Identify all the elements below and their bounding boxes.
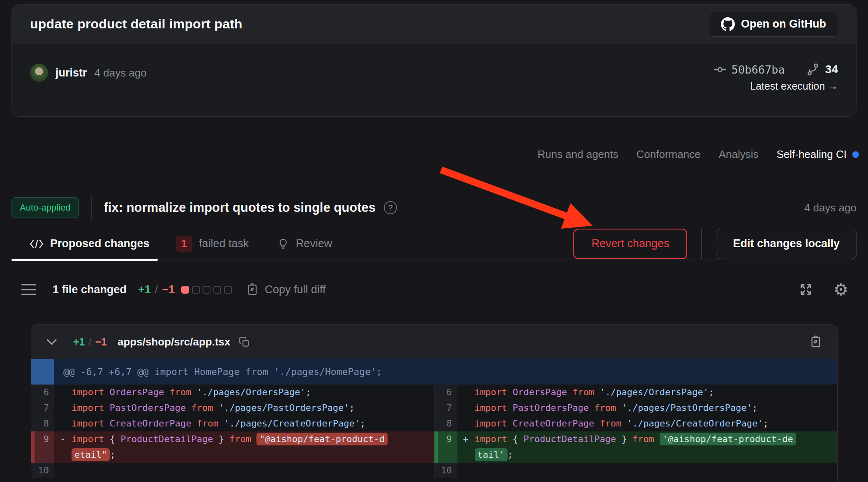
page-title: update product detail import path: [30, 16, 242, 32]
gear-icon[interactable]: ⚙: [833, 283, 848, 297]
author-name: juristr: [55, 67, 87, 79]
nav-item-conformance[interactable]: Conformance: [637, 148, 701, 161]
diff-left-column: 6import OrdersPage from './pages/OrdersP…: [31, 385, 434, 482]
nav-item-self-healing-ci[interactable]: Self-healing CI: [776, 148, 859, 161]
diff-line: 7import PastOrdersPage from './pages/Pas…: [31, 400, 434, 416]
commit-author: juristr 4 days ago: [30, 63, 147, 83]
diff-line: 10: [31, 463, 434, 478]
diff-line: 6import OrdersPage from './pages/OrdersP…: [434, 385, 838, 400]
help-icon[interactable]: ?: [384, 201, 397, 214]
hunk-gutter-block: [31, 359, 54, 385]
commit-icon: [713, 63, 727, 76]
file-diff-card: +1 / −1 apps/shop/src/app.tsx @@ -6,7 +6…: [31, 324, 838, 482]
hamburger-icon[interactable]: [21, 284, 36, 295]
file-diff-stats: +1 / −1: [73, 336, 107, 348]
diff-toolbar: 1 file changed +1 / −1 Copy full diff ⚙: [12, 276, 856, 303]
chevron-down-icon[interactable]: [46, 338, 58, 345]
copy-icon[interactable]: [239, 336, 250, 348]
active-nav-dot: [852, 151, 859, 158]
commit-time: 4 days ago: [95, 67, 147, 79]
diff-line: 8import CreateOrderPage from './pages/Cr…: [434, 416, 838, 431]
nav-item-runs-and-agents[interactable]: Runs and agents: [538, 148, 619, 161]
tab-proposed-changes[interactable]: Proposed changes: [12, 228, 158, 260]
diff-right-column: 6import OrdersPage from './pages/OrdersP…: [434, 385, 838, 482]
top-nav: Runs and agents Conformance Analysis Sel…: [538, 148, 859, 161]
auto-applied-badge: Auto-applied: [12, 197, 79, 218]
failed-count-badge: 1: [176, 236, 192, 252]
open-on-github-button[interactable]: Open on GitHub: [709, 12, 838, 37]
latest-execution-link[interactable]: Latest execution →: [750, 80, 838, 92]
commit-meta: 50b667ba 34 Latest execution →: [713, 63, 838, 117]
action-buttons: Revert changes Edit changes locally: [573, 229, 856, 259]
github-icon: [721, 17, 735, 31]
toolbar-right: ⚙: [799, 283, 848, 297]
commit-card-body: juristr 4 days ago 50b667ba 34 Latest ex…: [12, 44, 856, 117]
commit-hash-link[interactable]: 50b667ba: [713, 63, 785, 76]
commit-card: update product detail import path Open o…: [12, 4, 856, 117]
nav-item-analysis[interactable]: Analysis: [719, 148, 759, 161]
diff-line: 10: [434, 463, 838, 478]
hunk-text: @@ -6,7 +6,7 @@ import HomePage from './…: [63, 366, 382, 377]
lightbulb-icon: [277, 238, 289, 250]
diff-line: 8import CreateOrderPage from './pages/Cr…: [31, 416, 434, 431]
file-path: apps/shop/src/app.tsx: [118, 336, 231, 348]
diff-line: 9-import { ProductDetailPage } from "@ai…: [31, 431, 434, 463]
fix-header-row: Auto-applied fix: normalize import quote…: [12, 196, 856, 220]
diff-code: 6import OrdersPage from './pages/OrdersP…: [31, 385, 837, 482]
divider: [701, 229, 702, 259]
diff-line: 6import OrdersPage from './pages/OrdersP…: [31, 385, 434, 400]
hunk-header: @@ -6,7 +6,7 @@ import HomePage from './…: [31, 359, 837, 385]
commit-card-header: update product detail import path Open o…: [12, 5, 856, 44]
avatar: [30, 64, 48, 82]
divider: [91, 196, 92, 220]
tab-review[interactable]: Review: [269, 228, 341, 260]
revert-changes-button[interactable]: Revert changes: [573, 229, 687, 259]
branch-count-link[interactable]: 34: [806, 63, 838, 76]
clipboard-icon: [246, 283, 259, 296]
diff-line: 7import PastOrdersPage from './pages/Pas…: [434, 400, 838, 416]
file-diff-header[interactable]: +1 / −1 apps/shop/src/app.tsx: [31, 324, 837, 359]
tab-failed-task[interactable]: 1 failed task: [168, 228, 257, 260]
diff-line: 9+import { ProductDetailPage } from '@ai…: [434, 431, 838, 463]
diff-stats: +1 / −1: [138, 283, 175, 296]
code-icon: [30, 239, 44, 249]
clipboard-icon[interactable]: [809, 335, 822, 348]
copy-full-diff-button[interactable]: Copy full diff: [246, 283, 326, 296]
fix-time: 4 days ago: [804, 202, 856, 214]
expand-icon[interactable]: [799, 283, 813, 297]
fix-title: fix: normalize import quotes to single q…: [104, 200, 376, 215]
files-changed-label: 1 file changed: [53, 283, 127, 296]
diff-ratio-squares: [181, 286, 232, 294]
edit-changes-locally-button[interactable]: Edit changes locally: [716, 229, 856, 259]
tabs-row: Proposed changes 1 failed task Review Re…: [12, 228, 856, 260]
open-on-github-label: Open on GitHub: [741, 18, 826, 30]
branch-icon: [806, 63, 820, 76]
